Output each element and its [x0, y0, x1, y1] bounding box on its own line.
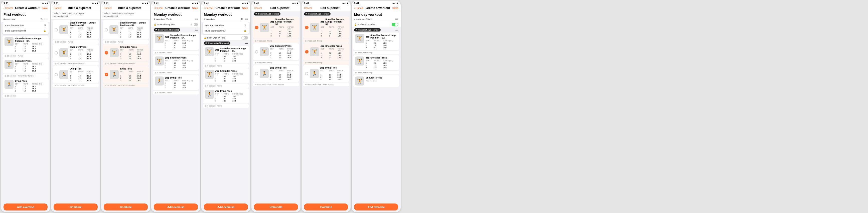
save-button-5[interactable]: Save: [242, 7, 248, 9]
status-time-4: 9:41: [154, 2, 159, 5]
more-icon-5[interactable]: •••: [245, 17, 248, 21]
exercise-img-2c: 🏃: [59, 70, 68, 79]
reorder-icon[interactable]: ⇅: [40, 17, 43, 21]
cancel-button-4[interactable]: ‹ Cancel: [154, 7, 163, 9]
exercise-card-6b: 🏋 A2 Shoulder Press SETREPSFORCE (KG) 11…: [253, 43, 299, 60]
combine-button-2[interactable]: Combine: [54, 204, 98, 211]
cancel-button-1[interactable]: ‹ Cancel: [3, 7, 13, 9]
build-superset-item[interactable]: Build superset/circuit 🔒: [2, 28, 49, 33]
exercise-img-3a: 🏋: [110, 25, 119, 34]
set-row-1c-3: 31216.5: [15, 90, 46, 92]
exercise-info-3b: Shoulder Press SETREPSFORCE (KG) 11216.5…: [120, 46, 147, 60]
stats-label-1: 4 exercises: [3, 18, 15, 21]
exercise-name-4a: Shoulder Press – Lunge Position – SA: [170, 34, 197, 39]
cancel-button-8[interactable]: ‹ Cancel: [354, 7, 363, 9]
reorder-icon-5[interactable]: ⇅: [241, 17, 243, 21]
reorder-label: Re-order exercises: [5, 24, 24, 27]
radio-6c[interactable]: [255, 72, 258, 75]
radio-1-2a[interactable]: [55, 28, 58, 32]
superset-more-5[interactable]: •••: [245, 42, 248, 45]
rest-bar-3c: 30 sec rest · Time Under Tension: [103, 83, 149, 87]
toolbar-8: 4 exercises 35min •••: [351, 17, 401, 22]
radio-7c[interactable]: [305, 72, 308, 75]
combine-button-7[interactable]: Combine: [304, 204, 348, 211]
set-row-1b-1: 11216.5: [15, 65, 46, 68]
exercise-img-2b: 🏋: [59, 48, 68, 57]
nav-title-7: Edit superset: [320, 6, 340, 10]
save-button-1[interactable]: Save: [42, 7, 48, 9]
add-exercise-button-4[interactable]: Add exercise: [154, 204, 198, 211]
radio-3a[interactable]: [105, 28, 108, 32]
unbundle-button-6[interactable]: Unbundle: [254, 204, 298, 211]
signal-icon: ▪▪▪: [42, 2, 44, 4]
radio-3b[interactable]: [105, 51, 108, 55]
dropdown-menu-1: Re-order exercises ⇅ Build superset/circ…: [2, 22, 49, 34]
force-header: FORCE (KG): [32, 43, 42, 45]
status-time-3: 9:41: [104, 2, 109, 5]
radio-1-2b[interactable]: [55, 51, 58, 55]
signal-icon: ▪▪▪: [92, 2, 94, 4]
exercise-card-1b: 🏋 Shoulder Press SET REPS FORCE (KG) 112…: [2, 58, 49, 73]
exercise-name-6a: Shoulder Press – Lunge Position – SA: [275, 18, 297, 26]
nav-title-3: Build a superset: [118, 6, 141, 10]
save-button-4[interactable]: Save: [192, 7, 198, 9]
exercise-card-5a: 🏋 A1 Shoulder Press – Lunge Position – S…: [203, 46, 249, 64]
nav-bar-1: ‹ Cancel Create a workout Save: [1, 5, 50, 11]
exercise-img-1c: 🏃: [4, 80, 13, 89]
cancel-button-7[interactable]: Cancel: [304, 7, 312, 9]
exercise-name-2a: Shoulder Press – Lunge Position – SA: [70, 22, 97, 27]
exercise-card-5b: 🏋 A2 Shoulder Press SETREPSFORCE (KG) 11…: [203, 68, 249, 83]
exercise-info-1c: Lying Flies SETREPSFORCE (KG) 11216.5 21…: [15, 80, 46, 92]
exercise-info-3a: Shoulder Press – Lunge Position – SA SET…: [120, 22, 147, 38]
more-icon[interactable]: •••: [44, 17, 48, 21]
status-time-2: 9:41: [54, 2, 59, 5]
add-exercise-button-1[interactable]: Add exercise: [3, 204, 48, 211]
nav-bar-6: Cancel Edit superset: [251, 5, 301, 11]
exercise-img-2a: 🏋: [59, 25, 68, 34]
wifi-icon: ▾: [95, 2, 96, 4]
combine-button-3[interactable]: Combine: [104, 204, 148, 211]
cancel-button-3[interactable]: Cancel: [104, 7, 112, 9]
superset-label-6: Superset A (3 rounds): [258, 13, 279, 15]
stats-label-5: 4 exercises: [204, 18, 215, 21]
add-exercise-button-8[interactable]: Add exercise: [354, 204, 398, 211]
superset-badge-7: ⇄ Superset A (3 rounds): [304, 12, 331, 15]
more-icon-4[interactable]: •••: [194, 17, 198, 21]
reorder-item[interactable]: Re-order exercises ⇅: [2, 23, 49, 28]
more-icon-8[interactable]: •••: [395, 17, 398, 21]
build-superset-item-5[interactable]: Build superset/circuit🔒: [203, 28, 249, 33]
superset-more-4[interactable]: •••: [195, 29, 198, 32]
scale-toggle-8[interactable]: [392, 23, 398, 26]
save-button-8[interactable]: Save: [393, 7, 398, 9]
toolbar-4: 4 exercises 35min •••: [151, 17, 200, 22]
reps-val: 10: [24, 50, 29, 52]
radio-6b[interactable]: [255, 50, 258, 54]
toolbar-1: 4 exercises ⇅ •••: [1, 17, 50, 22]
radio-1-2c[interactable]: [55, 73, 58, 76]
rest-dot: [4, 75, 6, 77]
rest-bar-1a: 30 sec rest · Pump: [2, 54, 49, 58]
scale-toggle-4[interactable]: [191, 23, 198, 26]
reorder-item-5[interactable]: Re-order exercises⇅: [203, 23, 249, 28]
reps-header: REPS: [24, 63, 29, 65]
radio-7a[interactable]: [305, 26, 309, 29]
radio-6a[interactable]: [255, 26, 258, 29]
radio-7b[interactable]: [305, 50, 309, 54]
exercise-info-2b: Shoulder Press SETREPSFORCE (KG) 11216.5…: [70, 46, 97, 60]
signal-icon: ▪▪▪: [142, 2, 144, 4]
status-time-7: 9:41: [304, 2, 309, 5]
add-exercise-button-5[interactable]: Add exercise: [204, 204, 248, 211]
cancel-button-5[interactable]: ‹ Cancel: [204, 7, 213, 9]
superset-badge-8: ⇄ Superset A (3 rounds): [354, 28, 381, 32]
exercise-img-4c: 🏃: [155, 76, 164, 85]
cancel-button-2[interactable]: Cancel: [54, 7, 61, 9]
workout-name-1: First workout: [1, 11, 50, 17]
exercise-info-3c: Lying Flies SETREPSFORCE (KG) 11216.5 21…: [120, 68, 147, 81]
radio-3c[interactable]: [105, 73, 108, 76]
a3-badge-5: A3: [215, 91, 219, 92]
superset-more-8[interactable]: •••: [395, 29, 398, 32]
scale-toggle-5[interactable]: [241, 36, 248, 39]
cancel-button-6[interactable]: Cancel: [254, 7, 262, 9]
exercise-name-4b: Shoulder Press: [170, 57, 187, 59]
status-time-6: 9:41: [254, 2, 259, 5]
